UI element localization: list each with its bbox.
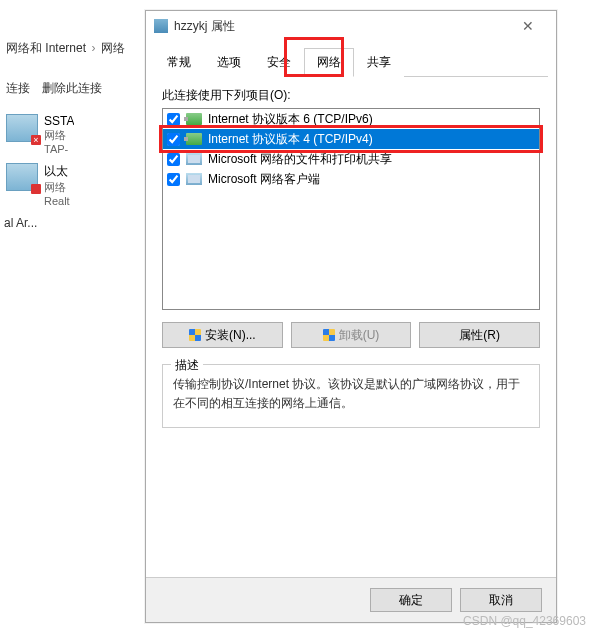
button-row: 安装(N)... 卸载(U) 属性(R) [162, 322, 540, 348]
breadcrumb-seg[interactable]: 网络 [101, 40, 125, 57]
list-item[interactable]: Microsoft 网络客户端 [163, 169, 539, 189]
cancel-button[interactable]: 取消 [460, 588, 542, 612]
tab-content: 此连接使用下列项目(O): Internet 协议版本 6 (TCP/IPv6)… [146, 77, 556, 577]
protocol-icon [186, 113, 202, 125]
list-item[interactable]: Internet 协议版本 4 (TCP/IPv4) [163, 129, 539, 149]
watermark: CSDN @qq_42369603 [463, 614, 586, 628]
connection-item[interactable]: 以太 网络 Realt [0, 159, 150, 211]
chevron-right-icon: › [89, 41, 97, 55]
connection-sub: Realt [44, 195, 70, 207]
item-checkbox[interactable] [167, 153, 180, 166]
breadcrumb: 网络和 Internet › 网络 [0, 36, 150, 61]
tab-general[interactable]: 常规 [154, 48, 204, 77]
connection-sub: TAP- [44, 143, 74, 155]
item-label: Microsoft 网络客户端 [208, 171, 320, 188]
tab-network[interactable]: 网络 [304, 48, 354, 77]
protocol-icon [186, 173, 202, 185]
properties-dialog: hzzykj 属性 ✕ 常规 选项 安全 网络 共享 此连接使用下列项目(O):… [145, 10, 557, 623]
titlebar: hzzykj 属性 ✕ [146, 11, 556, 41]
connection-name: SSTA [44, 114, 74, 128]
connection-sub: 网络 [44, 180, 70, 195]
network-adapter-icon [6, 114, 38, 142]
item-label: Internet 协议版本 4 (TCP/IPv4) [208, 131, 373, 148]
description-text: 传输控制协议/Internet 协议。该协议是默认的广域网络协议，用于在不同的相… [173, 375, 529, 413]
toolbar: 连接 删除此连接 [0, 80, 150, 104]
group-label: al Ar... [0, 216, 37, 230]
dialog-title: hzzykj 属性 [174, 18, 508, 35]
description-legend: 描述 [171, 357, 203, 374]
shield-icon [189, 329, 201, 341]
list-item[interactable]: Internet 协议版本 6 (TCP/IPv6) [163, 109, 539, 129]
connection-list: SSTA 网络 TAP- 以太 网络 Realt [0, 110, 150, 211]
shield-icon [323, 329, 335, 341]
tab-options[interactable]: 选项 [204, 48, 254, 77]
diagnose-link[interactable]: 连接 [6, 80, 30, 104]
item-checkbox[interactable] [167, 113, 180, 126]
item-checkbox[interactable] [167, 133, 180, 146]
app-icon [154, 19, 168, 33]
network-adapter-icon [6, 163, 38, 191]
description-group: 描述 传输控制协议/Internet 协议。该协议是默认的广域网络协议，用于在不… [162, 364, 540, 428]
properties-button[interactable]: 属性(R) [419, 322, 540, 348]
tab-security[interactable]: 安全 [254, 48, 304, 77]
ok-button[interactable]: 确定 [370, 588, 452, 612]
connection-sub: 网络 [44, 128, 74, 143]
uninstall-button[interactable]: 卸载(U) [291, 322, 412, 348]
item-label: Internet 协议版本 6 (TCP/IPv6) [208, 111, 373, 128]
list-item[interactable]: Microsoft 网络的文件和打印机共享 [163, 149, 539, 169]
delete-link[interactable]: 删除此连接 [42, 80, 102, 104]
connection-item[interactable]: SSTA 网络 TAP- [0, 110, 150, 159]
item-label: Microsoft 网络的文件和打印机共享 [208, 151, 392, 168]
connection-name: 以太 [44, 163, 70, 180]
protocol-icon [186, 153, 202, 165]
install-button[interactable]: 安装(N)... [162, 322, 283, 348]
item-checkbox[interactable] [167, 173, 180, 186]
tab-sharing[interactable]: 共享 [354, 48, 404, 77]
protocol-list[interactable]: Internet 协议版本 6 (TCP/IPv6) Internet 协议版本… [162, 108, 540, 310]
list-label: 此连接使用下列项目(O): [162, 87, 540, 104]
close-icon[interactable]: ✕ [508, 18, 548, 34]
tab-bar: 常规 选项 安全 网络 共享 [154, 47, 548, 77]
breadcrumb-seg[interactable]: 网络和 Internet [6, 40, 86, 57]
protocol-icon [186, 133, 202, 145]
